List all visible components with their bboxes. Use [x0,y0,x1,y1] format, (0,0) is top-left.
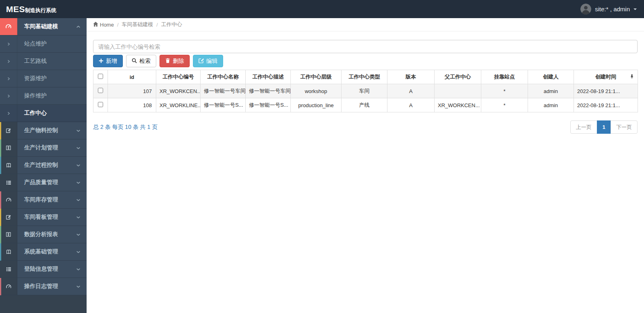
column-header-id: id [108,70,156,84]
cell-site: * [481,84,528,98]
sidebar-item-process-route[interactable]: 工艺路线 [0,53,87,70]
search-button[interactable]: 检索 [126,55,156,67]
sidebar-item-label: 生产过程控制 [17,157,76,174]
sidebar-item-data-analysis-report[interactable]: 数据分析报表 [0,226,87,243]
sidebar-item-production-material-control[interactable]: 生产物料控制 [0,122,87,139]
main-panel: Home / 车间基础建模 / 工作中心 新增 检索 删除 编辑 [87,18,644,313]
sidebar-item-operation-log-management[interactable]: 操作日志管理 [0,278,87,295]
cell-name: 修一智能一号车间 [201,84,246,98]
brand-primary: MES [6,4,25,14]
breadcrumb-home-link[interactable]: Home [93,22,114,28]
sidebar-item-site-maintenance[interactable]: 站点维护 [0,35,87,53]
column-header-level: 工作中心层级 [291,70,342,84]
breadcrumb: Home / 车间基础建模 / 工作中心 [87,18,644,31]
cell-creator: admin [528,98,574,112]
row-checkbox[interactable] [98,88,103,93]
list-icon [0,174,17,191]
chevron-right-icon [0,70,17,87]
content-area: 新增 检索 删除 编辑 [87,31,644,134]
sidebar-item-resource-maintenance[interactable]: 资源维护 [0,70,87,87]
cell-parent [435,84,481,98]
sidebar-item-label: 站点维护 [17,35,87,52]
accent-strip [0,157,1,174]
sidebar-item-workshop-inventory-management[interactable]: 车间库存管理 [0,191,87,209]
accent-strip [0,226,1,243]
breadcrumb-separator: / [156,22,158,28]
cell-description: 修一智能一号车间 [246,84,291,98]
accent-strip [0,139,1,157]
accent-strip [0,209,1,226]
cell-name: 修一智能一号S... [201,98,246,112]
breadcrumb-level1-link[interactable]: 车间基础建模 [122,21,153,28]
sidebar-item-operation-maintenance[interactable]: 操作维护 [0,87,87,105]
app-logo[interactable]: MES 制造执行系统 [0,4,56,14]
toolbar: 新增 检索 删除 编辑 [93,55,638,67]
sidebar-item-login-info-management[interactable]: 登陆信息管理 [0,261,87,278]
columns-icon [0,139,17,156]
delete-button[interactable]: 删除 [159,55,190,67]
select-all-cell [93,70,108,84]
sidebar-item-label: 工作中心 [17,105,87,122]
sidebar-item-workshop-kanban-management[interactable]: 车间看板管理 [0,209,87,226]
column-header-parent: 父工作中心 [435,70,481,84]
cell-creator: admin [528,84,574,98]
home-icon [93,22,98,28]
edit-square-icon [0,122,17,139]
sidebar-item-production-plan-management[interactable]: 生产计划管理 [0,139,87,157]
cell-created-time: 2022-08-19 21:1... [574,84,638,98]
sidebar-item-product-quality-management[interactable]: 产品质量管理 [0,174,87,191]
page-1-button[interactable]: 1 [597,120,611,134]
sidebar-item-label: 登陆信息管理 [17,261,76,278]
edit-icon [199,58,204,64]
caret-down-icon [634,8,637,10]
book-icon [0,157,17,174]
pin-icon[interactable] [630,74,634,80]
row-checkbox[interactable] [98,102,103,107]
chevron-down-icon [76,174,87,191]
sidebar-item-label: 系统基础管理 [17,243,76,260]
chevron-right-icon [0,87,17,104]
sidebar-item-work-center[interactable]: 工作中心 [0,105,87,122]
sidebar-item-workshop-basic-modeling[interactable]: 车间基础建模 [0,18,87,35]
cell-id: 108 [108,98,156,112]
plus-icon [99,58,104,64]
sidebar-item-label: 操作日志管理 [17,278,76,295]
add-button[interactable]: 新增 [93,55,123,67]
trash-icon [165,58,170,64]
breadcrumb-separator: / [117,22,119,28]
search-button-label: 检索 [139,58,151,65]
gauge-icon [0,18,17,35]
edit-button[interactable]: 编辑 [193,55,223,67]
pagination-summary: 总 2 条 每页 10 条 共 1 页 [93,124,157,131]
user-menu[interactable]: site:* , admin [580,4,644,15]
prev-page-button[interactable]: 上一页 [570,120,597,134]
table-row[interactable]: 108 XR_WORKLINE... 修一智能一号S... 修一智能一号S...… [93,98,638,112]
list-icon [0,261,17,278]
chevron-down-icon [76,261,87,278]
accent-strip [0,278,1,295]
select-all-checkbox[interactable] [98,74,103,79]
topbar: MES 制造执行系统 site:* , admin [0,0,644,18]
table-row[interactable]: 107 XR_WORKCEN... 修一智能一号车间 修一智能一号车间 work… [93,84,638,98]
search-input[interactable] [93,40,638,53]
sidebar-item-label: 车间看板管理 [17,209,76,226]
sidebar-item-label: 生产物料控制 [17,122,76,139]
chevron-down-icon [76,209,87,226]
chevron-right-icon [0,35,17,52]
accent-strip [0,261,1,278]
delete-button-label: 删除 [173,58,184,65]
sidebar-item-label: 数据分析报表 [17,226,76,243]
sidebar-item-production-process-control[interactable]: 生产过程控制 [0,157,87,174]
accent-strip [0,191,1,209]
columns-icon [0,226,17,243]
sidebar-item-system-basic-management[interactable]: 系统基础管理 [0,243,87,261]
sidebar-item-label: 生产计划管理 [17,139,76,156]
sidebar-item-label: 资源维护 [17,70,87,87]
brand-secondary: 制造执行系统 [25,7,56,14]
cell-level: production_line [291,98,342,112]
chevron-down-icon [76,139,87,156]
pagination-controls: 上一页 1 下一页 [570,120,638,134]
chevron-right-icon [0,105,17,122]
next-page-button[interactable]: 下一页 [611,120,638,134]
accent-strip [0,174,1,191]
